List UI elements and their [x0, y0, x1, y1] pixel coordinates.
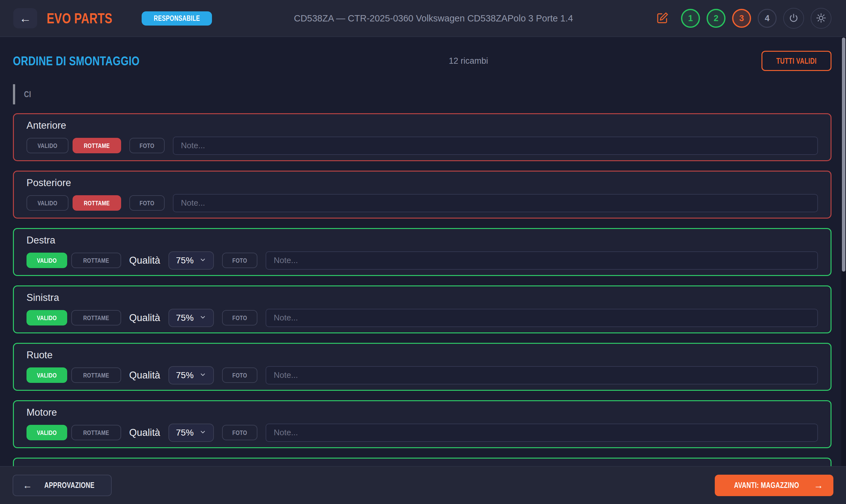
part-controls: VALIDO ROTTAME Qualità 75% FOTO: [26, 309, 818, 327]
part-card-ruote: Ruote VALIDO ROTTAME Qualità 75% FOTO: [13, 343, 831, 391]
app-logo: EVO PARTS: [47, 10, 131, 27]
quality-value: 75%: [176, 313, 194, 323]
scrollbar-thumb[interactable]: [842, 38, 845, 272]
edit-button[interactable]: [655, 11, 670, 26]
part-card-sinistra: Sinistra VALIDO ROTTAME Qualità 75% FOTO: [13, 285, 831, 334]
step-3-label: 3: [739, 14, 744, 23]
part-card-partial: [13, 457, 831, 466]
chevron-down-icon: [199, 313, 206, 323]
role-badge: RESPONSABILE: [142, 11, 212, 25]
main-content: ORDINE DI SMONTAGGIO 12 ricambi TUTTI VA…: [0, 37, 846, 466]
status-group: VALIDO ROTTAME: [26, 425, 121, 440]
foto-button[interactable]: FOTO: [129, 138, 165, 153]
avanti-label: AVANTI: MAGAZZINO: [734, 481, 799, 490]
note-input[interactable]: [266, 251, 818, 270]
page-toolbar: ORDINE DI SMONTAGGIO 12 ricambi TUTTI VA…: [13, 51, 831, 71]
section-header: CI: [13, 84, 831, 104]
status-group: VALIDO ROTTAME: [26, 367, 121, 383]
status-group: VALIDO ROTTAME: [26, 253, 121, 268]
part-title: Anteriore: [26, 120, 818, 131]
valido-label: VALIDO: [38, 199, 57, 207]
quality-value: 75%: [176, 255, 194, 266]
foto-button[interactable]: FOTO: [129, 195, 165, 211]
valido-button[interactable]: VALIDO: [26, 253, 67, 268]
valido-label: VALIDO: [37, 429, 57, 436]
step-2-button[interactable]: 2: [706, 9, 725, 28]
quality-select[interactable]: 75%: [168, 424, 214, 442]
valido-button[interactable]: VALIDO: [26, 138, 69, 153]
power-icon: [789, 13, 799, 24]
rottame-button[interactable]: ROTTAME: [73, 138, 121, 153]
note-input[interactable]: [266, 424, 818, 442]
note-input[interactable]: [173, 137, 818, 155]
quality-label: Qualità: [129, 370, 160, 381]
valido-button[interactable]: VALIDO: [26, 425, 67, 440]
status-group: VALIDO ROTTAME: [26, 310, 121, 325]
quality-value: 75%: [176, 428, 194, 438]
parts-count: 12 ricambi: [175, 56, 761, 66]
app-logo-text: EVO PARTS: [47, 10, 112, 27]
rottame-button[interactable]: ROTTAME: [71, 253, 121, 268]
valido-button[interactable]: VALIDO: [26, 195, 69, 211]
note-input[interactable]: [266, 309, 818, 327]
quality-label: Qualità: [129, 427, 160, 438]
rottame-button[interactable]: ROTTAME: [73, 195, 121, 211]
chevron-down-icon: [199, 255, 206, 266]
rottame-button[interactable]: ROTTAME: [71, 425, 121, 440]
part-card-destra: Destra VALIDO ROTTAME Qualità 75% FOTO: [13, 228, 831, 276]
section-label-text: CI: [24, 89, 31, 100]
vehicle-title: CD538ZA — CTR-2025-0360 Volkswagen CD538…: [212, 13, 655, 24]
part-controls: VALIDO ROTTAME FOTO: [26, 194, 818, 212]
step-2-label: 2: [714, 14, 718, 23]
quality-select[interactable]: 75%: [168, 366, 214, 384]
valido-label: VALIDO: [37, 257, 57, 264]
step-1-label: 1: [688, 14, 693, 23]
foto-button[interactable]: FOTO: [222, 310, 257, 325]
chevron-down-icon: [199, 428, 206, 438]
step-1-button[interactable]: 1: [681, 9, 700, 28]
chevron-down-icon: [199, 370, 206, 380]
note-input[interactable]: [173, 194, 818, 212]
step-4-label: 4: [764, 14, 769, 23]
theme-toggle-button[interactable]: [811, 8, 831, 29]
foto-button[interactable]: FOTO: [222, 367, 257, 383]
all-valid-button[interactable]: TUTTI VALIDI: [761, 51, 831, 71]
scrollbar-track[interactable]: [841, 37, 846, 466]
step-4-button[interactable]: 4: [758, 9, 777, 28]
rottame-button[interactable]: ROTTAME: [71, 310, 121, 325]
foto-button[interactable]: FOTO: [222, 425, 257, 440]
part-controls: VALIDO ROTTAME FOTO: [26, 137, 818, 155]
rottame-label: ROTTAME: [84, 199, 109, 207]
power-button[interactable]: [783, 8, 804, 29]
rottame-label: ROTTAME: [83, 314, 109, 322]
approvazione-label: APPROVAZIONE: [44, 481, 94, 490]
page-title: ORDINE DI SMONTAGGIO: [13, 54, 175, 69]
valido-button[interactable]: VALIDO: [26, 367, 67, 383]
foto-label: FOTO: [232, 372, 247, 379]
step-3-button[interactable]: 3: [732, 9, 751, 28]
quality-label: Qualità: [129, 312, 160, 324]
part-card-motore: Motore VALIDO ROTTAME Qualità 75% FOTO: [13, 400, 831, 448]
foto-label: FOTO: [232, 429, 247, 436]
part-title: Sinistra: [26, 292, 818, 303]
part-controls: VALIDO ROTTAME Qualità 75% FOTO: [26, 424, 818, 442]
arrow-left-icon: ←: [19, 12, 31, 25]
page-title-text: ORDINE DI SMONTAGGIO: [13, 54, 140, 69]
part-title: Destra: [26, 235, 818, 246]
app-header: ← EVO PARTS RESPONSABILE CD538ZA — CTR-2…: [0, 0, 846, 37]
foto-button[interactable]: FOTO: [222, 253, 257, 268]
rottame-label: ROTTAME: [83, 257, 109, 264]
avanti-magazzino-button[interactable]: AVANTI: MAGAZZINO →: [715, 475, 833, 496]
foto-label: FOTO: [232, 314, 247, 322]
valido-button[interactable]: VALIDO: [26, 310, 67, 325]
quality-select[interactable]: 75%: [168, 309, 214, 327]
status-group: VALIDO ROTTAME: [26, 195, 121, 211]
quality-select[interactable]: 75%: [168, 251, 214, 270]
role-badge-text: RESPONSABILE: [154, 14, 200, 23]
note-input[interactable]: [266, 366, 818, 384]
rottame-button[interactable]: ROTTAME: [71, 367, 121, 383]
back-button[interactable]: ←: [13, 8, 37, 29]
sun-icon: [816, 13, 826, 24]
approvazione-back-button[interactable]: ← APPROVAZIONE: [13, 475, 112, 496]
arrow-left-icon: ←: [23, 480, 32, 491]
